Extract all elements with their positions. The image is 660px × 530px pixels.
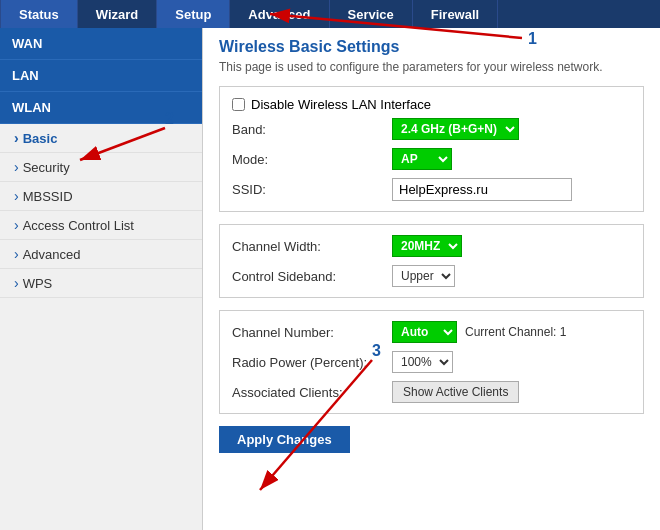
sidebar: WAN LAN WLAN Basic Security MBSSID Acces… (0, 28, 203, 530)
sidebar-item-basic[interactable]: Basic (0, 124, 202, 153)
sidebar-item-security[interactable]: Security (0, 153, 202, 182)
current-channel-text: Current Channel: 1 (465, 325, 566, 339)
show-active-clients-button[interactable]: Show Active Clients (392, 381, 519, 403)
nav-status[interactable]: Status (0, 0, 78, 28)
main-content: Wireless Basic Settings This page is use… (203, 28, 660, 530)
ssid-input[interactable] (392, 178, 572, 201)
channel-settings-section: Channel Width: 20MHZ Control Sideband: U… (219, 224, 644, 298)
sidebar-item-wps[interactable]: WPS (0, 269, 202, 298)
sidebar-item-mbssid[interactable]: MBSSID (0, 182, 202, 211)
radio-power-select[interactable]: 100% (392, 351, 453, 373)
page-title: Wireless Basic Settings (219, 38, 644, 56)
disable-wlan-label: Disable Wireless LAN Interface (251, 97, 431, 112)
control-sideband-select[interactable]: Upper (392, 265, 455, 287)
control-sideband-label: Control Sideband: (232, 269, 392, 284)
associated-clients-label: Associated Clients: (232, 385, 392, 400)
power-settings-section: Channel Number: Auto Current Channel: 1 … (219, 310, 644, 414)
radio-power-label: Radio Power (Percent): (232, 355, 392, 370)
mode-label: Mode: (232, 152, 392, 167)
mode-select[interactable]: AP (392, 148, 452, 170)
channel-number-label: Channel Number: (232, 325, 392, 340)
channel-number-select[interactable]: Auto (392, 321, 457, 343)
sidebar-group-wlan[interactable]: WLAN (0, 92, 202, 124)
nav-firewall[interactable]: Firewall (413, 0, 498, 28)
disable-wlan-checkbox[interactable] (232, 98, 245, 111)
page-description: This page is used to configure the param… (219, 60, 644, 74)
nav-service[interactable]: Service (330, 0, 413, 28)
sidebar-group-lan[interactable]: LAN (0, 60, 202, 92)
nav-wizard[interactable]: Wizard (78, 0, 158, 28)
apply-changes-button[interactable]: Apply Changes (219, 426, 350, 453)
top-nav: Status Wizard Setup Advanced Service Fir… (0, 0, 660, 28)
nav-setup[interactable]: Setup (157, 0, 230, 28)
sidebar-item-acl[interactable]: Access Control List (0, 211, 202, 240)
band-select[interactable]: 2.4 GHz (B+G+N) (392, 118, 519, 140)
sidebar-item-advanced[interactable]: Advanced (0, 240, 202, 269)
channel-width-label: Channel Width: (232, 239, 392, 254)
channel-width-select[interactable]: 20MHZ (392, 235, 462, 257)
ssid-label: SSID: (232, 182, 392, 197)
band-label: Band: (232, 122, 392, 137)
nav-advanced[interactable]: Advanced (230, 0, 329, 28)
basic-settings-section: Disable Wireless LAN Interface Band: 2.4… (219, 86, 644, 212)
sidebar-group-wan[interactable]: WAN (0, 28, 202, 60)
